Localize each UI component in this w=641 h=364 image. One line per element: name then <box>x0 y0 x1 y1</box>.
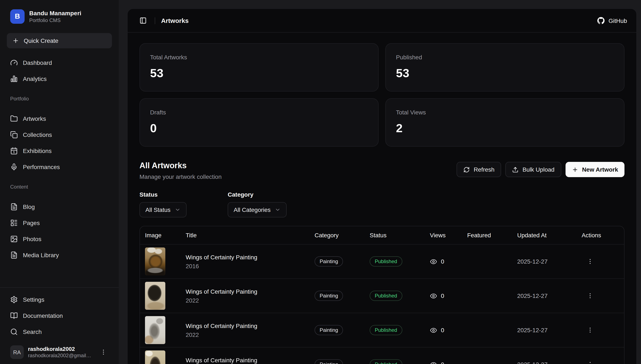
category-badge: Painting <box>315 291 343 301</box>
app: B Bandu Manamperi Portfolio CMS Quick Cr… <box>0 0 641 364</box>
sidebar-section-label-portfolio: Portfolio <box>7 96 112 102</box>
category-select[interactable]: All Categories <box>228 202 287 218</box>
stats-grid: Total Artworks 53 Published 53 Drafts 0 <box>140 43 624 146</box>
sidebar-toggle-button[interactable] <box>137 14 149 26</box>
panel-header: Artworks GitHub <box>128 9 636 33</box>
status-select[interactable]: All Status <box>140 202 187 218</box>
sidebar-item-photos[interactable]: Photos <box>7 231 112 246</box>
row-actions-button[interactable] <box>584 358 596 364</box>
refresh-button[interactable]: Refresh <box>457 162 501 177</box>
stat-label: Published <box>396 54 614 60</box>
page-title: Artworks <box>161 17 189 24</box>
new-artwork-button[interactable]: New Artwork <box>565 162 624 177</box>
plus-icon <box>572 166 578 173</box>
artwork-title: Wings of Certainty Painting <box>186 356 315 363</box>
folder-icon <box>10 115 18 122</box>
category-badge: Painting <box>315 359 343 364</box>
sidebar-item-collections[interactable]: Collections <box>7 127 112 142</box>
user-menu[interactable]: RA rashodkorala2002 rashodkorala2002@gma… <box>7 343 112 360</box>
status-filter: Status All Status <box>140 191 187 218</box>
views-count: 0 <box>441 258 444 265</box>
stat-label: Drafts <box>150 109 368 116</box>
row-actions-button[interactable] <box>584 256 596 268</box>
sidebar-item-exhibitions[interactable]: Exhibitions <box>7 143 112 158</box>
plus-icon <box>12 37 19 44</box>
sidebar-nav-content: Blog Pages Photos Media Library <box>7 199 112 263</box>
category-filter: Category All Categories <box>228 191 287 218</box>
github-icon <box>597 17 605 24</box>
stat-value: 53 <box>396 66 614 80</box>
workspace-switcher[interactable]: B Bandu Manamperi Portfolio CMS <box>7 5 112 27</box>
category-select-value: All Categories <box>234 206 270 213</box>
image-icon <box>10 235 18 243</box>
column-header: Status <box>370 232 430 238</box>
updated-at: 2025-12-27 <box>517 292 582 299</box>
refresh-icon <box>464 166 470 173</box>
artwork-title: Wings of Certainty Painting <box>186 254 315 260</box>
sidebar-item-media-library[interactable]: Media Library <box>7 248 112 263</box>
stat-card-total-artworks: Total Artworks 53 <box>140 43 379 92</box>
sidebar-item-blog[interactable]: Blog <box>7 199 112 214</box>
chevron-down-icon <box>175 207 181 213</box>
panel-left-icon <box>139 17 147 24</box>
artwork-thumbnail[interactable] <box>145 282 165 310</box>
section-header: All Artworks Manage your artwork collect… <box>140 161 624 180</box>
sidebar-item-dashboard[interactable]: Dashboard <box>7 55 112 70</box>
user-meta: rashodkorala2002 rashodkorala2002@gmail.… <box>28 346 93 358</box>
table-body: Wings of Certainty Painting 2016 Paintin… <box>140 244 624 364</box>
table-row: Wings of Certainty Painting 2016 Paintin… <box>140 244 624 278</box>
column-header: Actions <box>582 232 619 238</box>
sidebar-item-settings[interactable]: Settings <box>7 292 112 307</box>
artwork-thumbnail[interactable] <box>145 248 165 276</box>
category-badge: Painting <box>315 325 343 335</box>
refresh-label: Refresh <box>474 166 494 173</box>
file-text-icon <box>10 251 18 259</box>
github-label: GitHub <box>608 17 627 24</box>
row-actions-button[interactable] <box>584 290 596 302</box>
updated-at: 2025-12-27 <box>517 327 582 334</box>
bulk-upload-button[interactable]: Bulk Upload <box>505 162 561 177</box>
views-count: 0 <box>441 292 444 299</box>
status-select-value: All Status <box>145 206 170 213</box>
column-header: Category <box>315 232 370 238</box>
artwork-title: Wings of Certainty Painting <box>186 288 315 295</box>
table-row: Wings of Certainty Painting 2022 Paintin… <box>140 313 624 347</box>
column-header: Image <box>145 232 186 238</box>
category-filter-label: Category <box>228 191 287 198</box>
eye-icon <box>430 326 437 334</box>
section-subtitle: Manage your artwork collection <box>140 173 222 180</box>
artwork-thumbnail[interactable] <box>145 350 165 364</box>
workspace-subtitle: Portfolio CMS <box>29 17 81 23</box>
artwork-year: 2022 <box>186 297 315 304</box>
sidebar-item-search[interactable]: Search <box>7 324 112 340</box>
sidebar-nav-main: Dashboard Analytics <box>7 55 112 86</box>
table-row: Wings of Certainty Painting 2022 Paintin… <box>140 278 624 313</box>
user-kebab-icon[interactable] <box>98 347 109 357</box>
sidebar-item-pages[interactable]: Pages <box>7 215 112 230</box>
new-artwork-label: New Artwork <box>582 166 618 173</box>
eye-icon <box>430 258 437 265</box>
sidebar-item-performances[interactable]: Performances <box>7 159 112 174</box>
settings-icon <box>10 296 18 304</box>
file-text-icon <box>10 203 18 210</box>
sidebar-item-analytics[interactable]: Analytics <box>7 71 112 86</box>
artwork-thumbnail[interactable] <box>145 316 165 344</box>
copy-icon <box>10 131 18 138</box>
views-count: 0 <box>441 327 444 334</box>
row-actions-button[interactable] <box>584 324 596 336</box>
eye-icon <box>430 361 437 364</box>
sidebar: B Bandu Manamperi Portfolio CMS Quick Cr… <box>0 0 119 364</box>
workspace-avatar: B <box>10 9 25 24</box>
main-panel: Artworks GitHub Total Artworks 53 Pu <box>127 8 637 364</box>
stat-card-drafts: Drafts 0 <box>140 98 379 146</box>
sidebar-item-artworks[interactable]: Artworks <box>7 111 112 126</box>
filters: Status All Status Category All Categorie… <box>140 191 624 218</box>
artwork-year: 2022 <box>186 331 315 338</box>
user-name: rashodkorala2002 <box>28 346 93 352</box>
stat-card-total-views: Total Views 2 <box>385 98 624 146</box>
content: Total Artworks 53 Published 53 Drafts 0 <box>128 33 636 364</box>
quick-create-button[interactable]: Quick Create <box>7 33 112 48</box>
sidebar-item-documentation[interactable]: Documentation <box>7 308 112 323</box>
github-link[interactable]: GitHub <box>597 17 627 24</box>
status-badge: Published <box>370 325 402 335</box>
